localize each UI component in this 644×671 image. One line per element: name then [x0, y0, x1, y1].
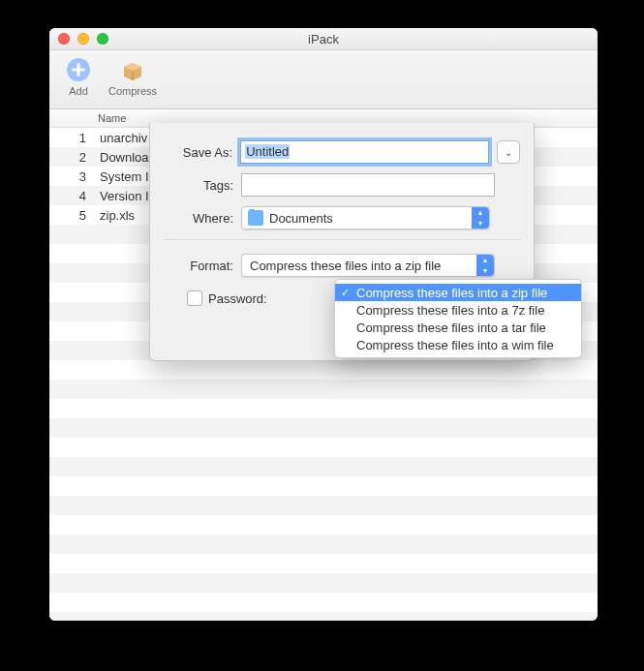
table-row	[49, 593, 598, 612]
format-value: Compress these files into a zip file	[250, 259, 441, 273]
row-index: 3	[49, 169, 94, 184]
check-icon: ✓	[341, 287, 350, 299]
format-option-label: Compress these files into a 7z file	[356, 303, 544, 318]
table-row	[49, 496, 598, 515]
titlebar: iPack	[49, 28, 598, 50]
table-row	[49, 399, 598, 418]
table-row	[49, 612, 598, 621]
expand-save-panel-button[interactable]: ⌄	[497, 140, 520, 164]
table-row	[49, 534, 598, 554]
tags-label: Tags:	[164, 178, 241, 193]
row-index: 5	[49, 208, 94, 223]
table-row	[49, 360, 598, 380]
window-title: iPack	[49, 32, 598, 46]
app-window: iPack Add Compress	[49, 28, 598, 621]
row-index: 4	[49, 189, 94, 203]
sheet-divider	[164, 239, 520, 240]
plus-circle-icon	[65, 56, 92, 83]
format-option-label: Compress these files into a wim file	[356, 338, 554, 352]
where-select[interactable]: Documents ▲▼	[241, 206, 490, 229]
box-icon	[119, 56, 146, 83]
password-label: Password:	[208, 291, 267, 306]
password-checkbox[interactable]	[187, 290, 202, 306]
add-button[interactable]: Add	[57, 54, 100, 108]
save-as-input[interactable]: Untitled	[240, 140, 489, 164]
tags-input[interactable]	[241, 173, 495, 197]
table-row	[49, 554, 598, 573]
format-dropdown-menu: ✓Compress these files into a zip fileCom…	[334, 279, 582, 358]
zoom-window-button[interactable]	[97, 33, 108, 45]
row-index: 1	[49, 131, 94, 145]
table-row	[49, 515, 598, 534]
where-label: Where:	[164, 211, 241, 226]
format-stepper-icon: ▲▼	[476, 255, 494, 276]
index-column[interactable]	[49, 109, 92, 127]
format-label: Format:	[164, 259, 241, 273]
table-row	[49, 418, 598, 438]
table-row	[49, 476, 598, 496]
save-as-value: Untitled	[245, 144, 290, 159]
format-option-label: Compress these files into a zip file	[356, 286, 547, 300]
where-stepper-icon: ▲▼	[472, 207, 489, 229]
table-row	[49, 380, 598, 399]
table-row	[49, 438, 598, 457]
format-option[interactable]: Compress these files into a tar file	[335, 319, 581, 336]
format-option-label: Compress these files into a tar file	[356, 320, 546, 335]
format-option[interactable]: ✓Compress these files into a zip file	[335, 284, 581, 301]
window-controls	[49, 33, 108, 45]
format-option[interactable]: Compress these files into a 7z file	[335, 301, 581, 319]
chevron-down-icon: ⌄	[505, 147, 512, 158]
toolbar: Add Compress	[49, 50, 598, 109]
folder-icon	[248, 210, 263, 226]
svg-rect-2	[72, 69, 85, 72]
minimize-window-button[interactable]	[77, 33, 89, 45]
format-select[interactable]: Compress these files into a zip file ▲▼	[241, 254, 495, 277]
save-as-label: Save As:	[164, 145, 240, 160]
table-row	[49, 457, 598, 476]
row-index: 2	[49, 150, 94, 165]
compress-button[interactable]: Compress	[111, 54, 154, 108]
add-label: Add	[69, 85, 88, 97]
table-row	[49, 573, 598, 593]
format-option[interactable]: Compress these files into a wim file	[335, 336, 581, 353]
where-value: Documents	[269, 211, 333, 226]
close-window-button[interactable]	[58, 33, 70, 45]
compress-label: Compress	[108, 85, 157, 97]
